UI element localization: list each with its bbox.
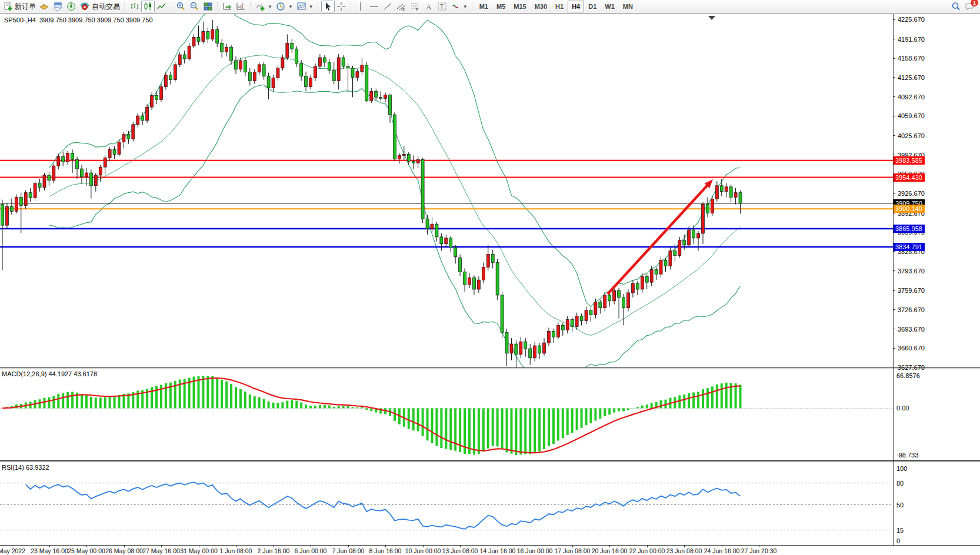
price-axis-label: 4158.670 (898, 55, 925, 62)
bear-candle (155, 95, 158, 99)
price-tag[interactable]: 3954.430 (894, 173, 925, 182)
fibonacci-button[interactable]: F (408, 1, 422, 12)
vertical-line-icon (356, 2, 366, 11)
price-tag[interactable]: 3865.958 (894, 225, 925, 233)
timeframe-w1[interactable]: W1 (601, 1, 619, 12)
toolbar-grip (471, 2, 474, 11)
arrows-button[interactable]: ▼ (449, 1, 469, 12)
text-button[interactable]: A (422, 1, 435, 12)
bar-chart-button[interactable] (128, 1, 141, 12)
notifications-button[interactable]: 1 (963, 1, 976, 12)
bull-candle (15, 198, 18, 212)
bear-candle (346, 66, 349, 68)
bull-candle (556, 325, 559, 337)
bull-candle (566, 319, 569, 330)
bull-candle (725, 187, 728, 192)
bull-candle (356, 72, 359, 78)
bear-candle (216, 29, 219, 43)
trend-arrow-line[interactable] (608, 186, 707, 294)
time-axis[interactable]: May 202223 May 16:0025 May 00:0026 May 0… (0, 546, 980, 555)
bear-candle (300, 63, 303, 76)
bear-candle (89, 173, 92, 186)
timeframe-m30[interactable]: M30 (531, 1, 551, 12)
tile-windows-button[interactable] (201, 1, 215, 12)
bull-candle (202, 31, 205, 41)
price-axis-tick (893, 213, 895, 213)
zoom-out-button[interactable] (188, 1, 201, 12)
templates-button[interactable]: ▼ (295, 1, 315, 12)
bear-candle (435, 224, 438, 237)
main-chart-pane[interactable] (0, 14, 893, 367)
bull-candle (253, 72, 256, 81)
trendline-button[interactable] (381, 1, 395, 12)
bull-candle (734, 193, 737, 198)
timeframe-m15[interactable]: M15 (509, 1, 530, 12)
bull-candle (669, 251, 672, 266)
pane-separator[interactable] (0, 367, 980, 368)
bull-candle (547, 331, 550, 343)
channel-button[interactable]: E (395, 1, 408, 12)
candlestick-chart-button[interactable] (141, 1, 155, 12)
crosshair-button[interactable] (335, 1, 348, 12)
price-axis-tick (893, 155, 895, 155)
timeframe-d1[interactable]: D1 (584, 1, 601, 12)
bull-candle (146, 107, 149, 121)
time-axis-label: 27 May 16:00 (142, 547, 180, 554)
price-tag[interactable]: 3834.791 (894, 243, 925, 251)
price-axis-label: 3759.670 (898, 287, 925, 294)
macd-pane[interactable] (0, 369, 893, 460)
chart-profile-button[interactable] (38, 1, 51, 12)
cursor-button[interactable] (321, 1, 335, 12)
timeframe-h4[interactable]: H4 (568, 1, 584, 12)
horizontal-line-button[interactable] (368, 1, 381, 12)
crosshair-icon (336, 2, 346, 11)
bear-candle (48, 175, 51, 180)
line-chart-button[interactable] (155, 1, 168, 12)
time-axis-label: May 2022 (0, 547, 25, 554)
chart-shift-marker[interactable] (708, 16, 715, 20)
auto-scroll-button[interactable] (221, 1, 234, 12)
periods-button[interactable]: ▼ (274, 1, 295, 12)
bear-candle (459, 258, 462, 272)
fibonacci-icon: F (410, 2, 420, 11)
timeframe-h1[interactable]: H1 (551, 1, 568, 12)
signal-button[interactable] (65, 1, 78, 12)
indicators-button[interactable]: ▼ (254, 1, 274, 12)
pane-separator[interactable] (0, 462, 980, 462)
price-tag[interactable]: 3900.140 (894, 205, 925, 213)
vertical-line-button[interactable] (354, 1, 368, 12)
bear-candle (183, 55, 186, 59)
autotrading-button[interactable]: 自动交易 (78, 1, 122, 12)
text-label-button[interactable]: T (435, 1, 449, 12)
new-order-button[interactable]: 新订单 (1, 1, 38, 12)
timeframe-m1[interactable]: M1 (475, 1, 492, 12)
bull-candle (309, 78, 312, 87)
pane-separator[interactable] (0, 369, 980, 369)
timeframe-mn[interactable]: MN (619, 1, 637, 12)
bear-candle (618, 290, 621, 297)
chart-shift-button[interactable] (234, 1, 248, 12)
bull-candle (702, 204, 705, 233)
bear-candle (454, 248, 457, 257)
pane-separator[interactable] (0, 460, 980, 461)
time-axis-label: 17 Jun 08:00 (555, 547, 591, 554)
market-watch-button[interactable] (51, 1, 65, 12)
macd-axis-label: 0.00 (896, 404, 909, 412)
timeframe-m5[interactable]: M5 (492, 1, 509, 12)
toolbar-grip (317, 2, 319, 11)
bear-candle (389, 95, 392, 115)
bull-candle (543, 343, 546, 353)
bear-candle (230, 47, 233, 61)
zoom-in-button[interactable] (174, 1, 188, 12)
bear-candle (1, 204, 4, 225)
bull-candle (715, 186, 718, 199)
time-axis-label: 8 Jun 16:00 (369, 547, 402, 554)
bull-candle (286, 43, 289, 58)
price-tag[interactable]: 3983.585 (894, 156, 925, 165)
bear-candle (393, 115, 396, 159)
bear-candle (505, 332, 508, 353)
bear-candle (248, 72, 251, 81)
bear-candle (19, 198, 22, 206)
rsi-pane[interactable] (0, 462, 893, 545)
search-button[interactable] (949, 1, 963, 12)
